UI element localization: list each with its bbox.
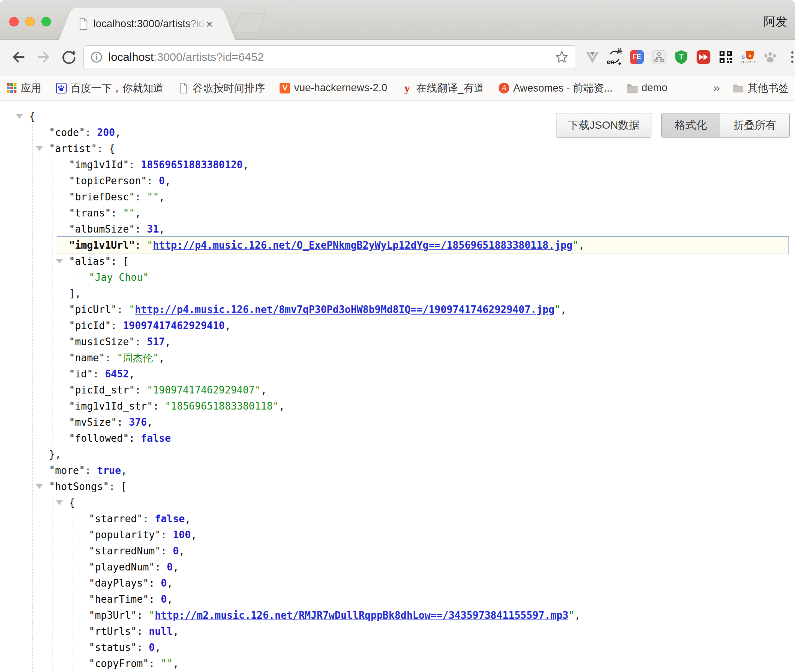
json-token: "more" [49,465,85,476]
bookmark-item[interactable]: y在线翻译_有道 [402,81,484,95]
extensions-row: 英 en FE T s [585,49,795,65]
collapse-arrow-icon[interactable] [16,114,23,119]
bookmark-star-icon[interactable] [555,50,569,64]
json-link[interactable]: http://m2.music.126.net/RMJR7wDullRqppBk… [155,610,568,621]
json-token: "topicPerson" [69,175,147,187]
json-token: : [149,593,161,605]
profile-name[interactable]: 阿发 [764,14,787,30]
collapse-arrow-icon[interactable] [36,484,43,489]
json-token: : [135,223,147,235]
json-token: "trans" [69,207,111,219]
bookmark-item[interactable]: Vvue-hackernews-2.0 [280,82,387,94]
indent-guide [32,462,33,479]
awesomes-icon: A [499,83,509,93]
json-token: : [111,207,123,219]
url-path: :3000/artists?id=6452 [154,51,264,63]
qr-code-extension-icon[interactable] [718,49,733,65]
json-token: : [137,610,149,621]
json-token: { [29,111,35,122]
indent-guide [32,511,33,527]
json-token: : [129,159,141,170]
json-token: , [155,642,161,653]
browser-toolbar: localhost:3000/artists?id=6452 英 en FE [0,40,795,75]
json-token: , [191,529,197,541]
fast-forward-extension-icon[interactable] [696,49,711,65]
indent-guide [32,302,33,318]
bookmark-item[interactable]: 百度一下，你就知道 [56,81,164,95]
collapse-arrow-icon[interactable] [56,259,63,264]
bookmark-item[interactable]: AAwesomes - 前端资... [499,81,612,95]
other-bookmarks-folder[interactable]: 其他书签 [733,81,789,95]
json-token: 517 [147,336,165,347]
json-token: : [109,481,121,492]
bookmark-item[interactable]: 谷歌按时间排序 [178,81,265,95]
html5-player-extension-icon[interactable]: s 5 PLAYER [741,49,755,65]
indent-guide [72,543,72,559]
json-line: "followed": false [0,430,795,446]
json-token: , [261,384,267,396]
json-token: 200 [97,127,115,138]
fe-extension-icon[interactable]: FE [630,49,644,65]
browser-menu-icon[interactable] [785,49,795,65]
json-link[interactable]: http://p4.music.126.net/8mv7qP30Pd3oHW8b… [135,304,555,315]
json-line: "dayPlays": 0, [0,575,795,591]
url-text[interactable]: localhost:3000/artists?id=6452 [108,51,555,64]
collapse-arrow-icon[interactable] [36,146,43,151]
indent-guide [32,414,33,430]
bookmark-item[interactable]: demo [627,82,667,94]
json-token: : [105,352,117,364]
json-line: ], [0,285,795,302]
bookmark-label: Awesomes - 前端资... [513,81,612,95]
tab-strip: localhost:3000/artists?id=645 × 阿发 [0,0,795,40]
json-token: : [137,642,149,653]
indent-guide [52,559,52,575]
indent-guide [52,237,52,253]
minimize-window-button[interactable] [25,17,35,26]
indent-guide [32,656,33,672]
json-token: "picUrl" [69,304,117,315]
fullscreen-window-button[interactable] [41,17,51,26]
json-token: , [173,626,179,637]
bookmarks-overflow-chevron[interactable]: » [713,81,720,95]
bookmark-item[interactable]: 应用 [6,81,41,95]
back-button[interactable] [10,49,27,66]
indent-guide [32,382,33,398]
translate-extension-icon[interactable]: 英 en [607,49,622,65]
collapse-arrow-icon[interactable] [56,500,63,505]
json-token: " [573,239,579,251]
sitemap-extension-icon[interactable] [652,49,666,65]
youdao-icon: y [402,83,412,93]
json-line: "starredNum": 0, [0,543,795,559]
indent-guide [72,639,72,656]
json-token: 18569651883380120 [141,159,243,170]
json-token: "img1v1Url" [69,239,135,251]
tampermonkey-shield-icon[interactable]: T [674,49,689,65]
json-token: " [129,304,135,315]
reload-button[interactable] [61,49,77,66]
indent-guide [52,173,52,189]
new-tab-button[interactable] [232,13,266,33]
indent-guide [72,591,72,607]
tab-close-icon[interactable]: × [206,18,213,30]
indent-guide [32,125,33,141]
active-tab[interactable]: localhost:3000/artists?id=645 × [77,8,218,40]
paw-extension-icon[interactable] [763,49,777,65]
json-token: "musicSize" [69,336,135,347]
json-token: : [137,626,149,637]
address-bar[interactable]: localhost:3000/artists?id=6452 [83,45,575,69]
json-token: : [155,561,167,573]
close-window-button[interactable] [9,17,19,26]
indent-guide [32,366,33,382]
forward-button[interactable] [35,49,52,66]
page-info-icon[interactable] [90,51,103,64]
indent-guide [32,141,33,157]
vue-devtools-icon[interactable] [585,49,600,65]
bookmark-label: 应用 [21,81,41,95]
indent-guide [32,607,33,623]
json-link[interactable]: http://p4.music.126.net/Q_ExePNkmgB2yWyL… [153,239,573,251]
json-token: : [147,175,159,187]
json-token: 0 [159,175,165,187]
folder-icon [627,83,638,93]
json-token: : [143,513,155,524]
indent-guide [52,269,52,285]
